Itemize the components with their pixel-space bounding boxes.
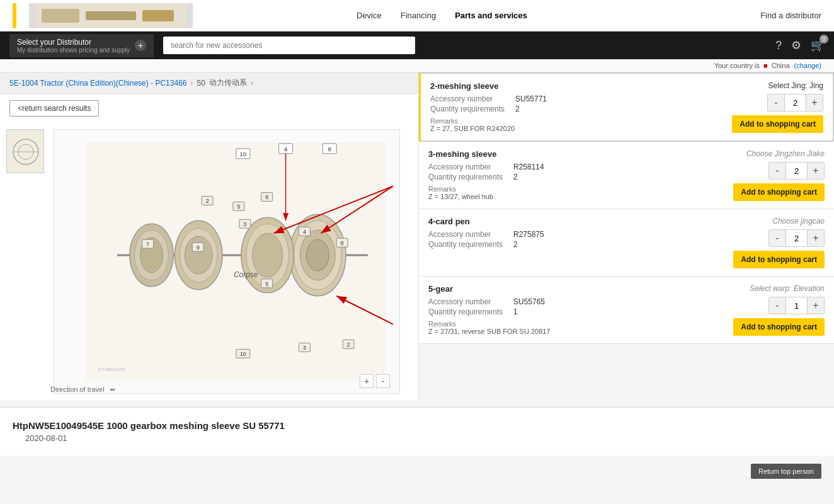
- part-remarks-label-4: Remarks: [428, 320, 456, 328]
- qty-plus-3[interactable]: +: [808, 230, 824, 246]
- part-field-qty-req-2: Quantity requirements 2: [428, 173, 692, 181]
- svg-text:ETN66197E: ETN66197E: [98, 367, 125, 372]
- part-remarks-label-2: Remarks: [428, 185, 456, 193]
- diagram-thumbnail[interactable]: [6, 129, 44, 173]
- part-remarks-value-4: Z = 27/31, reverse SUB FOR SU 20817: [428, 328, 551, 335]
- nav-financing[interactable]: Financing: [401, 11, 436, 20]
- part-accnum-label-2: Accessory number: [428, 163, 510, 171]
- add-to-cart-4[interactable]: Add to shopping cart: [733, 318, 825, 336]
- distributor-sublabel: My distribution shows pricing and supply: [17, 47, 130, 54]
- part-item-2: 3-meshing sleeve Accessory number R25811…: [419, 142, 834, 209]
- breadcrumb-sep1: ›: [190, 79, 193, 88]
- svg-text:8: 8: [328, 146, 331, 152]
- qty-minus-2[interactable]: -: [769, 163, 785, 179]
- country-bar: Your country is ■ China (change): [0, 59, 834, 72]
- part-name-3: 4-card pen: [428, 217, 692, 226]
- breadcrumb-section-num: 50: [197, 79, 205, 88]
- settings-icon[interactable]: ⚙: [791, 38, 801, 52]
- part-field-qty-req-4: Quantity requirements 1: [428, 307, 692, 316]
- breadcrumb-sep2: ›: [251, 79, 253, 88]
- part-qty-req-value-3: 2: [513, 240, 518, 249]
- part-accnum-value-1: SU55771: [515, 94, 547, 103]
- search-input[interactable]: [163, 37, 415, 54]
- country-flag: ■: [763, 62, 768, 69]
- part-accnum-label-3: Accessory number: [428, 230, 510, 239]
- back-button[interactable]: <return search results: [9, 100, 99, 117]
- diagram-main: 10 4 8: [54, 129, 400, 394]
- bar-icons: ? ⚙ 🛒 0: [775, 38, 825, 52]
- cart-badge: 0: [820, 35, 828, 43]
- qty-minus-1[interactable]: -: [768, 94, 784, 111]
- distributor-label-4: Select warp: Elevation: [750, 284, 825, 293]
- qty-plus-1[interactable]: +: [806, 94, 823, 111]
- svg-text:2: 2: [347, 341, 350, 348]
- cart-icon[interactable]: 🛒 0: [811, 38, 825, 52]
- change-country-link[interactable]: (change): [794, 62, 821, 69]
- svg-rect-1: [42, 9, 79, 23]
- quantity-control-4: - 1 +: [768, 297, 825, 314]
- part-qty-req-label-2: Quantity requirements: [428, 173, 510, 181]
- svg-text:5: 5: [237, 203, 240, 210]
- part-right-4: Select warp: Elevation - 1 + Add to shop…: [699, 284, 825, 336]
- part-item-4: 5-gear Accessory number SU55765 Quantity…: [419, 277, 834, 344]
- part-left-2: 3-meshing sleeve Accessory number R25811…: [428, 149, 692, 201]
- distributor-label-1: Select Jing: Jing: [768, 81, 823, 90]
- main-content: 5E-1004 Tractor (China Edition)(Chinese)…: [0, 72, 834, 400]
- add-to-cart-1[interactable]: Add to shopping cart: [732, 115, 823, 133]
- part-field-accnum-1: Accessory number SU55771: [430, 94, 691, 103]
- svg-text:5: 5: [265, 281, 268, 287]
- svg-text:9: 9: [197, 244, 200, 251]
- svg-point-16: [306, 239, 329, 271]
- part-remarks-value-2: Z = 13/27, wheel hub: [428, 193, 493, 200]
- find-distributor-link[interactable]: Find a distributor: [760, 11, 821, 20]
- qty-plus-2[interactable]: +: [808, 163, 824, 179]
- nav-device[interactable]: Device: [357, 11, 382, 20]
- zoom-in-button[interactable]: +: [360, 374, 374, 388]
- right-panel-wrapper: 2-meshing sleeve Accessory number SU5577…: [419, 72, 834, 400]
- left-panel: 5E-1004 Tractor (China Edition)(Chinese)…: [0, 72, 419, 400]
- part-item-3: 4-card pen Accessory number R275875 Quan…: [419, 209, 834, 277]
- qty-minus-4[interactable]: -: [769, 297, 785, 314]
- add-to-cart-2[interactable]: Add to shopping cart: [733, 183, 825, 201]
- svg-text:2: 2: [206, 198, 209, 204]
- breadcrumb-section-name: 动力传动系: [209, 77, 247, 88]
- qty-value-1: 2: [784, 94, 806, 111]
- svg-text:8: 8: [341, 240, 344, 246]
- svg-text:3: 3: [243, 221, 246, 227]
- bottom-section: HtpNW5E10049545E 1000 gearbox meshing sl…: [0, 406, 834, 455]
- part-left-3: 4-card pen Accessory number R275875 Quan…: [428, 217, 692, 268]
- help-icon[interactable]: ?: [775, 39, 782, 52]
- logo-bar: [13, 3, 16, 28]
- part-qty-req-value-4: 1: [513, 307, 518, 316]
- part-remarks-4: Remarks Z = 27/31, reverse SUB FOR SU 20…: [428, 320, 692, 335]
- part-accnum-value-4: SU55765: [513, 297, 545, 306]
- part-qty-req-value-1: 2: [515, 105, 520, 113]
- svg-text:7: 7: [146, 241, 149, 248]
- part-accnum-value-3: R275875: [513, 230, 544, 239]
- part-field-qty-req-1: Quantity requirements 2: [430, 105, 691, 113]
- svg-rect-3: [142, 10, 174, 21]
- return-top-button[interactable]: Return top person: [751, 464, 821, 479]
- part-accnum-label-1: Accessory number: [430, 94, 512, 103]
- part-name-4: 5-gear: [428, 284, 692, 294]
- breadcrumb-model[interactable]: 5E-1004 Tractor (China Edition)(Chinese)…: [9, 79, 186, 88]
- svg-rect-2: [86, 11, 136, 20]
- svg-text:4: 4: [284, 146, 288, 152]
- part-remarks-value-1: Z = 27, SUB FOR R242020: [430, 125, 515, 132]
- zoom-out-button[interactable]: -: [376, 374, 390, 388]
- qty-minus-3[interactable]: -: [769, 230, 785, 246]
- diagram-area: 10 4 8: [0, 123, 418, 400]
- part-qty-req-value-2: 2: [513, 173, 518, 181]
- svg-text:10: 10: [240, 351, 246, 357]
- bottom-date: 2020-08-01: [25, 433, 821, 443]
- diagram-label: Direction of travel ⬅: [50, 386, 115, 394]
- distributor-selector-button[interactable]: Select your Distributor My distribution …: [9, 34, 154, 57]
- part-left-4: 5-gear Accessory number SU55765 Quantity…: [428, 284, 692, 336]
- quantity-control-3: - 2 +: [768, 229, 825, 247]
- part-field-qty-req-3: Quantity requirements 2: [428, 240, 692, 249]
- svg-text:4: 4: [303, 229, 306, 235]
- qty-plus-4[interactable]: +: [808, 297, 824, 314]
- add-to-cart-3[interactable]: Add to shopping cart: [733, 251, 825, 268]
- top-navigation: Device Financing Parts and services Find…: [0, 0, 834, 32]
- nav-parts[interactable]: Parts and services: [455, 11, 527, 20]
